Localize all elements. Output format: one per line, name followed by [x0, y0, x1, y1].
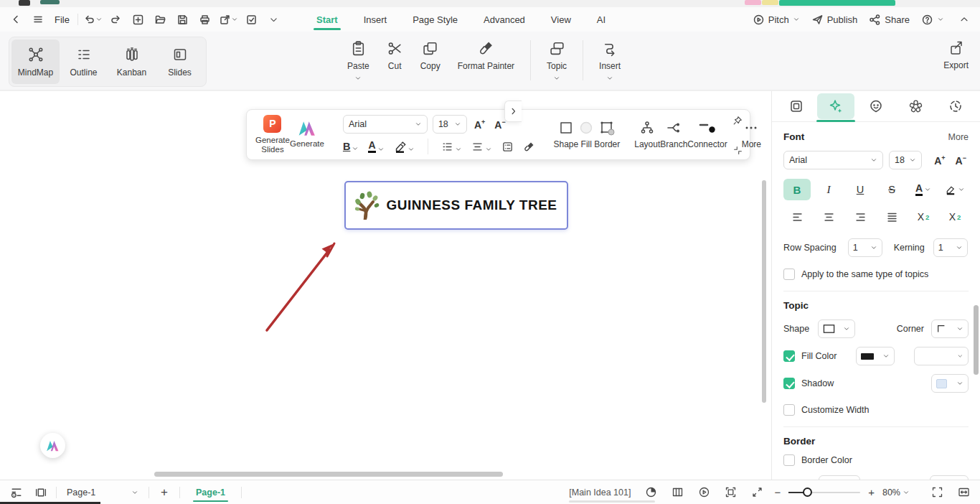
panel-highlight-button[interactable]: [941, 179, 969, 200]
panel-italic-button[interactable]: I: [815, 179, 842, 200]
undo-button[interactable]: [83, 10, 103, 29]
fit-width-button[interactable]: [954, 483, 973, 502]
paste-button[interactable]: Paste: [340, 36, 377, 82]
help-button[interactable]: [921, 14, 944, 26]
customize-width-checkbox[interactable]: [783, 404, 795, 416]
highlight-color-button[interactable]: [394, 141, 415, 153]
align-center-button[interactable]: [815, 206, 842, 228]
apply-same-type-checkbox[interactable]: [783, 269, 795, 280]
outline-panel-toggle[interactable]: [7, 483, 26, 502]
panel-font-color-button[interactable]: A: [910, 179, 937, 200]
export-button[interactable]: Export: [943, 40, 969, 70]
view-slides[interactable]: Slides: [156, 39, 204, 84]
tab-page-format[interactable]: [778, 93, 815, 119]
view-kanban[interactable]: Kanban: [108, 39, 156, 84]
zoom-slider-knob[interactable]: [803, 487, 812, 497]
align-left-button[interactable]: [783, 206, 811, 228]
branch-display-button[interactable]: [641, 483, 660, 502]
publish-button[interactable]: Publish: [811, 14, 858, 26]
presentation-button[interactable]: [694, 483, 713, 502]
app-logo-bubble[interactable]: [40, 433, 65, 458]
layout-button[interactable]: Layout: [634, 120, 660, 149]
kerning-select[interactable]: 1: [933, 238, 968, 257]
pin-toolbar-button[interactable]: [732, 116, 743, 126]
panel-underline-button[interactable]: U: [847, 179, 874, 200]
panel-font-size-select[interactable]: 18: [889, 151, 922, 169]
file-menu[interactable]: File: [52, 10, 72, 29]
import-button[interactable]: [243, 10, 260, 29]
fill-color-checkbox[interactable]: [783, 350, 795, 362]
open-button[interactable]: [152, 10, 169, 29]
clear-format-button[interactable]: [523, 141, 535, 153]
tab-start[interactable]: Start: [316, 7, 338, 32]
tab-topic-format[interactable]: [817, 93, 854, 119]
copy-button[interactable]: Copy: [413, 36, 448, 71]
subscript-button[interactable]: X2: [941, 206, 969, 228]
cut-button[interactable]: Cut: [380, 36, 410, 71]
fullscreen-button[interactable]: [928, 483, 946, 502]
generate-slides-button[interactable]: P Generate Slides: [255, 115, 290, 154]
format-painter-button[interactable]: Format Painter: [451, 36, 522, 71]
zoom-in-button[interactable]: +: [868, 486, 875, 498]
panel-strikethrough-button[interactable]: S: [878, 179, 905, 200]
task-checkbox-button[interactable]: [501, 141, 514, 153]
shape-button[interactable]: Shape: [554, 120, 579, 149]
panel-font-family-select[interactable]: Arial: [783, 151, 883, 169]
redo-button[interactable]: [108, 10, 125, 29]
zoom-out-button[interactable]: −: [774, 486, 781, 498]
border-button[interactable]: Border: [594, 120, 620, 149]
align-justify-button[interactable]: [878, 206, 905, 228]
back-button[interactable]: [7, 10, 24, 29]
border-color-checkbox[interactable]: [783, 454, 795, 466]
expand-view-button[interactable]: [748, 483, 766, 502]
zoom-level-select[interactable]: 80%: [882, 487, 910, 498]
view-outline[interactable]: Outline: [60, 39, 108, 84]
main-menu-button[interactable]: [29, 10, 47, 29]
branch-button[interactable]: Branch: [660, 120, 687, 149]
panel-decrease-font-button[interactable]: A−: [953, 154, 969, 167]
panel-increase-font-button[interactable]: A+: [932, 154, 947, 167]
connector-button[interactable]: Connector: [687, 120, 727, 149]
bold-button[interactable]: B: [343, 141, 359, 152]
tab-advanced[interactable]: Advanced: [484, 7, 525, 32]
share-export-button[interactable]: [219, 10, 238, 29]
share-button[interactable]: Share: [869, 14, 910, 26]
increase-font-button[interactable]: A+: [472, 118, 487, 131]
page-select[interactable]: Page-1: [62, 487, 143, 498]
customize-toolbar-button[interactable]: [265, 10, 283, 29]
align-button[interactable]: [471, 141, 492, 153]
topic-button[interactable]: Topic: [540, 36, 574, 82]
fit-map-button[interactable]: [721, 483, 740, 502]
superscript-button[interactable]: X2: [910, 206, 937, 228]
canvas[interactable]: P Generate Slides Generate Arial: [0, 91, 771, 480]
tab-insert[interactable]: Insert: [364, 7, 387, 32]
pages-panel-toggle[interactable]: [32, 483, 50, 502]
fill-color-swatch-select[interactable]: [856, 347, 895, 365]
pitch-button[interactable]: Pitch: [753, 14, 800, 26]
tab-ai[interactable]: AI: [597, 7, 606, 32]
tab-sticker[interactable]: [857, 93, 895, 119]
list-button[interactable]: [441, 141, 462, 153]
new-document-button[interactable]: [130, 10, 147, 29]
tab-page-style[interactable]: Page Style: [413, 7, 458, 32]
collapse-ribbon-button[interactable]: [956, 10, 973, 29]
horizontal-scrollbar[interactable]: [154, 472, 503, 477]
panel-scrollbar[interactable]: [974, 305, 979, 375]
tab-history[interactable]: [937, 93, 974, 119]
shadow-color-select[interactable]: [931, 374, 969, 393]
insert-button[interactable]: Insert: [592, 36, 628, 82]
fill-gradient-select[interactable]: [914, 347, 969, 365]
zoom-slider[interactable]: [788, 492, 860, 493]
corner-select[interactable]: [931, 319, 969, 338]
shadow-checkbox[interactable]: [783, 378, 795, 389]
font-size-select[interactable]: 18: [433, 115, 467, 134]
tab-theme[interactable]: [897, 93, 935, 119]
print-button[interactable]: [197, 10, 214, 29]
collapse-toolbar-button[interactable]: [733, 146, 743, 155]
font-color-button[interactable]: A: [368, 140, 384, 153]
font-family-select[interactable]: Arial: [343, 115, 428, 134]
panel-bold-button[interactable]: B: [783, 179, 811, 200]
expand-panel-button[interactable]: [504, 101, 522, 122]
shape-select[interactable]: [818, 319, 855, 338]
fill-button[interactable]: Fill: [578, 120, 594, 149]
